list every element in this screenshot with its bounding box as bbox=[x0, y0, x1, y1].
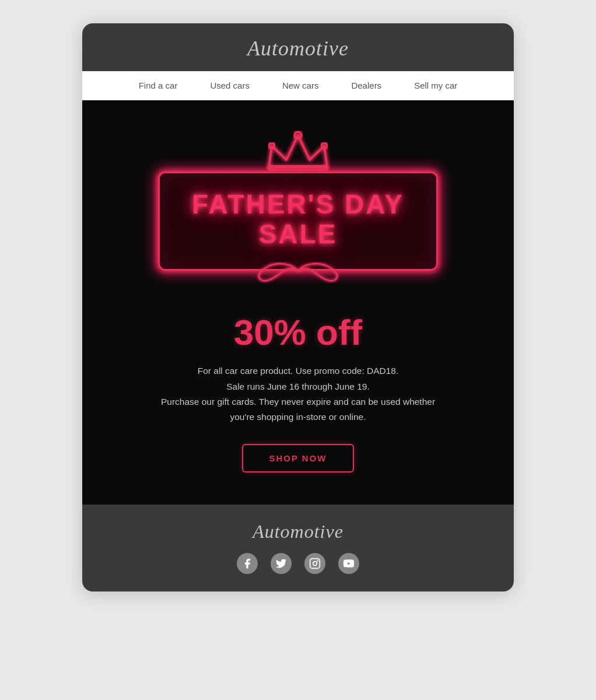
svg-point-6 bbox=[317, 560, 318, 562]
shop-now-button[interactable]: SHOP NOW bbox=[242, 444, 353, 473]
promo-line1: For all car care product. Use promo code… bbox=[198, 366, 399, 376]
header-logo: Automotive bbox=[247, 37, 349, 60]
neon-title-line2: SALE bbox=[189, 219, 407, 249]
footer: Automotive bbox=[82, 505, 514, 592]
footer-logo: Automotive bbox=[82, 521, 514, 542]
nav-dealers[interactable]: Dealers bbox=[335, 71, 398, 100]
crown-icon bbox=[260, 130, 336, 176]
svg-point-5 bbox=[313, 561, 317, 565]
neon-sign: FATHER'S DAY SALE bbox=[158, 130, 438, 271]
svg-rect-4 bbox=[310, 558, 320, 568]
youtube-icon[interactable] bbox=[338, 553, 359, 574]
twitter-icon[interactable] bbox=[271, 553, 292, 574]
hero-section: FATHER'S DAY SALE bbox=[82, 100, 514, 505]
email-container: Automotive Find a car Used cars New cars… bbox=[82, 23, 514, 592]
discount-text: 30% off bbox=[234, 312, 362, 353]
promo-description: For all car care product. Use promo code… bbox=[152, 363, 444, 425]
social-icons bbox=[82, 553, 514, 574]
promo-line3: Purchase our gift cards. They never expi… bbox=[161, 397, 435, 422]
nav: Find a car Used cars New cars Dealers Se… bbox=[82, 71, 514, 100]
neon-title-line1: FATHER'S DAY bbox=[189, 190, 407, 219]
instagram-icon[interactable] bbox=[304, 553, 325, 574]
nav-used-cars[interactable]: Used cars bbox=[194, 71, 266, 100]
nav-sell-my-car[interactable]: Sell my car bbox=[398, 71, 474, 100]
nav-new-cars[interactable]: New cars bbox=[266, 71, 335, 100]
promo-line2: Sale runs June 16 through June 19. bbox=[226, 382, 370, 391]
header: Automotive bbox=[82, 23, 514, 71]
mustache-icon bbox=[251, 257, 345, 285]
neon-box: FATHER'S DAY SALE bbox=[158, 172, 438, 271]
nav-find-a-car[interactable]: Find a car bbox=[122, 71, 194, 100]
facebook-icon[interactable] bbox=[237, 553, 258, 574]
